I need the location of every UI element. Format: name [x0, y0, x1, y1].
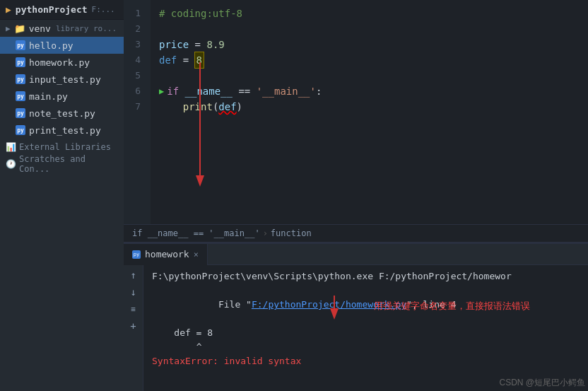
terminal-tab-py-icon: py	[132, 250, 141, 259]
code-area[interactable]: # coding:utf-8 price = 8.9 def = 8	[151, 0, 588, 224]
sidebar-item-label-venv: venv	[29, 23, 51, 34]
terminal-error-line: SyntaxError: invalid syntax	[152, 354, 580, 368]
code-var-def-error: def	[218, 99, 236, 115]
terminal-tabs: py homework ×	[124, 244, 588, 265]
terminal-add-button[interactable]: +	[127, 319, 141, 333]
code-str-main: '__main__'	[257, 83, 316, 99]
code-line-5	[159, 68, 580, 83]
code-var-name: __name__	[185, 83, 233, 99]
code-kw-if: if	[167, 83, 184, 99]
terminal-line-2-prefix: File "	[207, 299, 252, 310]
line-num-6: 6	[124, 83, 146, 99]
py-file-icon-hello: py	[16, 40, 25, 50]
clock-icon: 🕐	[6, 159, 16, 169]
py-file-icon-homework: py	[16, 57, 25, 67]
sidebar-item-label-main: main.py	[29, 91, 68, 102]
code-line-6: ▶ if __name__ == '__main__' :	[159, 83, 580, 99]
line-num-4: 4	[124, 52, 146, 68]
annotation-arrow-svg	[327, 292, 370, 320]
sidebar-item-main[interactable]: py main.py	[0, 88, 124, 105]
sidebar-item-label-hello: hello.py	[29, 40, 74, 51]
code-num-89: 8.9	[206, 37, 224, 52]
sidebar-item-label-input-test: input_test.py	[29, 74, 101, 85]
editor-content: 1 2 3 4 5 6 7 # coding:utf-8	[124, 0, 588, 224]
run-icon[interactable]: ▶	[159, 83, 164, 99]
sidebar: ▶ pythonProject F:... ▶ 📁 venv library r…	[0, 0, 124, 391]
sidebar-item-label-print-test: print_test.py	[29, 125, 101, 136]
terminal-tab-homework[interactable]: py homework ×	[124, 244, 208, 265]
code-op-eqeq: ==	[233, 83, 257, 99]
breadcrumb-item-1: if __name__ == '__main__'	[132, 228, 260, 238]
sidebar-item-venv[interactable]: ▶ 📁 venv library ro...	[0, 20, 124, 37]
py-file-icon-main: py	[16, 91, 25, 101]
line-num-5: 5	[124, 68, 146, 83]
sidebar-header: ▶ pythonProject F:...	[0, 0, 124, 20]
code-comment-1: # coding:utf-8	[159, 6, 242, 21]
main-area: 1 2 3 4 5 6 7 # coding:utf-8	[124, 0, 588, 391]
sidebar-item-extra-venv: library ro...	[56, 24, 117, 33]
code-kw-def: def	[159, 52, 177, 68]
project-path-extra: F:...	[92, 5, 115, 14]
terminal-line-3: def = 8	[152, 326, 580, 340]
line-num-3: 3	[124, 37, 146, 52]
sidebar-item-label-note-test: note_test.py	[29, 108, 95, 119]
editor-wrapper: 1 2 3 4 5 6 7 # coding:utf-8	[124, 0, 588, 243]
line-num-1: 1	[124, 6, 146, 21]
code-line-1: # coding:utf-8	[159, 6, 580, 21]
terminal-body: ↑ ↓ ≡ + F:\pythonProject\venv\Scripts\py…	[124, 265, 588, 391]
watermark: CSDN @短尾巴小鳄鱼	[499, 375, 585, 390]
sidebar-item-input-test[interactable]: py input_test.py	[0, 71, 124, 88]
code-colon: :	[316, 83, 322, 99]
terminal-line-1: F:\pythonProject\venv\Scripts\python.exe…	[152, 269, 580, 284]
breadcrumb-item-2: function	[271, 228, 312, 238]
bar-chart-icon: 📊	[6, 142, 16, 152]
terminal-filter-button[interactable]: ≡	[127, 302, 141, 316]
sidebar-item-print-test[interactable]: py print_test.py	[0, 122, 124, 139]
editor: 1 2 3 4 5 6 7 # coding:utf-8	[124, 0, 588, 224]
terminal-content[interactable]: F:\pythonProject\venv\Scripts\python.exe…	[143, 265, 588, 391]
code-builtin-print: print	[183, 99, 213, 115]
code-line-4: def = 8	[159, 52, 580, 68]
code-op-eq-3: =	[189, 37, 206, 52]
sidebar-item-label-homework: homework.py	[29, 57, 90, 68]
project-folder-icon: ▶	[6, 4, 11, 15]
sidebar-label-external-libraries: External Libraries	[19, 142, 111, 152]
watermark-text: CSDN @短尾巴小鳄鱼	[499, 378, 585, 387]
folder-icon-venv: 📁	[14, 23, 25, 34]
code-line-7: print ( def )	[159, 99, 580, 115]
line-num-7: 7	[124, 99, 146, 115]
py-file-icon-note-test: py	[16, 108, 25, 118]
code-paren-open: (	[213, 99, 218, 115]
terminal-tab-label: homework	[145, 249, 189, 259]
code-paren-close: )	[237, 99, 242, 115]
terminal-down-button[interactable]: ↓	[127, 285, 141, 299]
sidebar-label-scratches: Scratches and Con...	[19, 154, 118, 174]
code-op-eq-4: =	[177, 52, 194, 68]
breadcrumb-sep-1: ›	[263, 228, 268, 238]
py-file-icon-print-test: py	[16, 125, 25, 135]
annotation-text: 用强关键字命名变量，直接报语法错误	[374, 299, 530, 313]
project-title: pythonProject	[16, 4, 88, 15]
sidebar-item-external-libraries[interactable]: 📊 External Libraries	[0, 139, 124, 156]
terminal: py homework × ↑ ↓ ≡ + F:\pythonProject\v…	[124, 243, 588, 391]
code-line-2	[159, 21, 580, 37]
py-file-icon-input-test: py	[16, 74, 25, 84]
sidebar-item-hello[interactable]: py hello.py	[0, 37, 124, 54]
terminal-close-button[interactable]: ×	[194, 250, 199, 259]
chevron-right-icon: ▶	[6, 24, 11, 33]
sidebar-item-homework[interactable]: py homework.py	[0, 54, 124, 71]
line-numbers: 1 2 3 4 5 6 7	[124, 0, 151, 224]
terminal-up-button[interactable]: ↑	[127, 268, 141, 282]
code-indent-7	[159, 99, 183, 115]
terminal-line-4: ^	[152, 340, 580, 354]
annotation-container: 用强关键字命名变量，直接报语法错误	[327, 292, 530, 320]
sidebar-item-note-test[interactable]: py note_test.py	[0, 105, 124, 122]
line-num-2: 2	[124, 21, 146, 37]
terminal-sidebar-buttons: ↑ ↓ ≡ +	[124, 265, 143, 391]
code-num-8-error: 8	[195, 52, 204, 68]
code-var-price: price	[159, 37, 189, 52]
sidebar-item-scratches[interactable]: 🕐 Scratches and Con...	[0, 156, 124, 173]
code-line-3: price = 8.9	[159, 37, 580, 52]
breadcrumb: if __name__ == '__main__' › function	[124, 224, 588, 243]
